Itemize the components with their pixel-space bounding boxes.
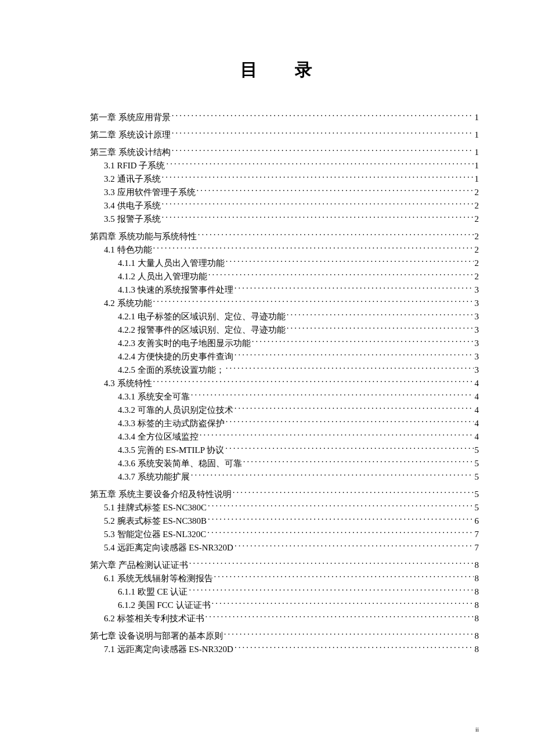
toc-entry: 4.1.1 大量人员出入管理功能2 bbox=[90, 257, 479, 270]
toc-entry-page: 3 bbox=[475, 310, 479, 323]
document-page: 目 录 第一章 系统应用背景1第二章 系统设计原理1第三章 系统设计结构13.1… bbox=[0, 0, 534, 683]
toc-dot-leader bbox=[153, 377, 474, 386]
toc-entry-text: 3.3 应用软件管理子系统 bbox=[104, 186, 196, 199]
toc-entry: 5.4 远距离定向读感器 ES-NR320D7 bbox=[90, 541, 479, 555]
toc-dot-leader bbox=[172, 129, 474, 138]
toc-entry-page: 4 bbox=[475, 377, 479, 390]
toc-entry-text: 4.2.1 电子标签的区域识别、定位、寻迹功能 bbox=[118, 310, 286, 323]
toc-entry-text: 4.2 系统功能 bbox=[104, 297, 152, 310]
toc-entry-page: 5 bbox=[475, 501, 479, 514]
toc-entry: 6.2 标签相关专利技术证书8 bbox=[90, 612, 479, 625]
toc-block: 第七章 设备说明与部署的基本原则87.1 远距离定向读感器 ES-NR320D8 bbox=[90, 629, 479, 656]
toc-dot-leader bbox=[226, 257, 474, 266]
toc-entry: 第六章 产品检测认证证书8 bbox=[90, 559, 479, 572]
toc-entry-page: 6 bbox=[475, 514, 479, 528]
toc-entry: 3.1 RFID 子系统1 bbox=[90, 159, 479, 172]
toc-entry-text: 4.1.3 快速的系统报警事件处理 bbox=[118, 283, 233, 297]
toc-entry-text: 4.3.4 全方位区域监控 bbox=[118, 430, 199, 444]
toc-entry-text: 第四章 系统功能与系统特性 bbox=[90, 230, 197, 243]
toc-dot-leader bbox=[191, 471, 474, 480]
toc-dot-leader bbox=[233, 488, 474, 497]
toc-entry-page: 4 bbox=[475, 390, 479, 404]
toc-entry: 4.3.5 完善的 ES-MTILP 协议5 bbox=[90, 444, 479, 457]
toc-entry-page: 2 bbox=[475, 186, 479, 199]
toc-dot-leader bbox=[172, 111, 474, 120]
toc-entry-page: 2 bbox=[475, 243, 479, 257]
toc-dot-leader bbox=[200, 431, 474, 440]
toc-entry-text: 4.1.1 大量人员出入管理功能 bbox=[118, 257, 225, 270]
toc-dot-leader bbox=[208, 515, 473, 524]
toc-entry: 第一章 系统应用背景1 bbox=[90, 111, 479, 124]
toc-entry: 6.1 系统无线辐射等检测报告8 bbox=[90, 572, 479, 585]
toc-entry: 4.2 系统功能3 bbox=[90, 297, 479, 310]
toc-entry-text: 4.3 系统特性 bbox=[104, 377, 152, 390]
toc-entry-page: 3 bbox=[475, 337, 479, 350]
toc-entry: 4.1.3 快速的系统报警事件处理3 bbox=[90, 283, 479, 297]
toc-dot-leader bbox=[208, 502, 473, 510]
toc-entry-text: 第一章 系统应用背景 bbox=[90, 111, 171, 124]
toc-entry-text: 5.2 腕表式标签 ES-NC380B bbox=[104, 514, 207, 528]
toc-dot-leader bbox=[153, 244, 474, 253]
toc-entry: 第四章 系统功能与系统特性2 bbox=[90, 230, 479, 243]
toc-entry-text: 6.1.2 美国 FCC 认证证书 bbox=[118, 599, 211, 612]
toc-entry: 4.3.2 可靠的人员识别定位技术4 bbox=[90, 404, 479, 417]
toc-entry: 4.3.4 全方位区域监控4 bbox=[90, 430, 479, 444]
toc-block: 第二章 系统设计原理1 bbox=[90, 128, 479, 142]
toc-entry-text: 7.1 远距离定向读感器 ES-NR320D bbox=[104, 643, 233, 656]
toc-entry-page: 8 bbox=[475, 559, 479, 572]
toc-entry-page: 1 bbox=[475, 111, 479, 124]
toc-entry-page: 4 bbox=[475, 404, 479, 417]
toc-entry-page: 5 bbox=[475, 444, 479, 457]
toc-title: 目 录 bbox=[90, 58, 479, 82]
toc-dot-leader bbox=[198, 231, 474, 239]
toc-dot-leader bbox=[162, 200, 474, 208]
toc-entry: 4.2.1 电子标签的区域识别、定位、寻迹功能3 bbox=[90, 310, 479, 323]
toc-block: 第六章 产品检测认证证书86.1 系统无线辐射等检测报告86.1.1 欧盟 CE… bbox=[90, 559, 479, 625]
toc-entry-page: 5 bbox=[475, 470, 479, 484]
toc-entry-page: 1 bbox=[475, 128, 479, 142]
toc-dot-leader bbox=[226, 364, 474, 373]
toc-dot-leader bbox=[166, 160, 473, 168]
toc-entry: 3.5 报警子系统2 bbox=[90, 213, 479, 226]
toc-dot-leader bbox=[212, 599, 474, 608]
toc-entry-text: 4.1.2 人员出入管理功能 bbox=[118, 270, 207, 283]
toc-dot-leader bbox=[234, 284, 474, 293]
toc-entry: 4.1 特色功能2 bbox=[90, 243, 479, 257]
toc-entry-text: 4.3.6 系统安装简单、稳固、可靠 bbox=[118, 457, 242, 470]
toc-dot-leader bbox=[208, 271, 474, 279]
toc-entry: 第五章 系统主要设备介绍及特性说明5 bbox=[90, 488, 479, 501]
toc-entry: 3.3 应用软件管理子系统2 bbox=[90, 186, 479, 199]
toc-entry-page: 2 bbox=[475, 270, 479, 283]
toc-entry-page: 8 bbox=[475, 572, 479, 585]
toc-dot-leader bbox=[252, 337, 474, 346]
toc-dot-leader bbox=[234, 542, 474, 550]
toc-entry-text: 3.4 供电子系统 bbox=[104, 199, 161, 213]
page-number: ii bbox=[475, 726, 479, 733]
toc-entry-text: 3.5 报警子系统 bbox=[104, 213, 161, 226]
toc-entry-text: 第五章 系统主要设备介绍及特性说明 bbox=[90, 488, 232, 501]
toc-entry: 4.2.4 方便快捷的历史事件查询3 bbox=[90, 350, 479, 363]
toc-entry-page: 5 bbox=[475, 457, 479, 470]
toc-entry: 4.3.7 系统功能扩展5 bbox=[90, 470, 479, 484]
toc-entry: 4.3.3 标签的主动式防盗保护4 bbox=[90, 417, 479, 430]
toc-entry: 3.4 供电子系统2 bbox=[90, 199, 479, 213]
toc-entry-page: 8 bbox=[475, 585, 479, 599]
toc-entry-page: 3 bbox=[475, 283, 479, 297]
toc-entry-text: 第三章 系统设计结构 bbox=[90, 146, 171, 159]
toc-entry-text: 4.2.3 友善实时的电子地图显示功能 bbox=[118, 337, 251, 350]
toc-entry: 7.1 远距离定向读感器 ES-NR320D8 bbox=[90, 643, 479, 656]
toc-entry-text: 4.2.4 方便快捷的历史事件查询 bbox=[118, 350, 233, 363]
toc-entry-text: 5.4 远距离定向读感器 ES-NR320D bbox=[104, 541, 233, 555]
toc-entry: 第二章 系统设计原理1 bbox=[90, 128, 479, 142]
toc-entry: 第三章 系统设计结构1 bbox=[90, 146, 479, 159]
toc-dot-leader bbox=[172, 146, 474, 155]
toc-entry-page: 3 bbox=[475, 323, 479, 337]
toc-entry-page: 3 bbox=[475, 363, 479, 377]
toc-dot-leader bbox=[207, 528, 473, 537]
toc-entry: 4.2.2 报警事件的区域识别、定位、寻迹功能3 bbox=[90, 323, 479, 337]
toc-entry-page: 1 bbox=[475, 146, 479, 159]
toc-entry: 5.2 腕表式标签 ES-NC380B6 bbox=[90, 514, 479, 528]
toc-entry-text: 4.2.5 全面的系统设置功能； bbox=[118, 363, 225, 377]
toc-entry-page: 8 bbox=[475, 629, 479, 643]
toc-entry-page: 2 bbox=[475, 213, 479, 226]
